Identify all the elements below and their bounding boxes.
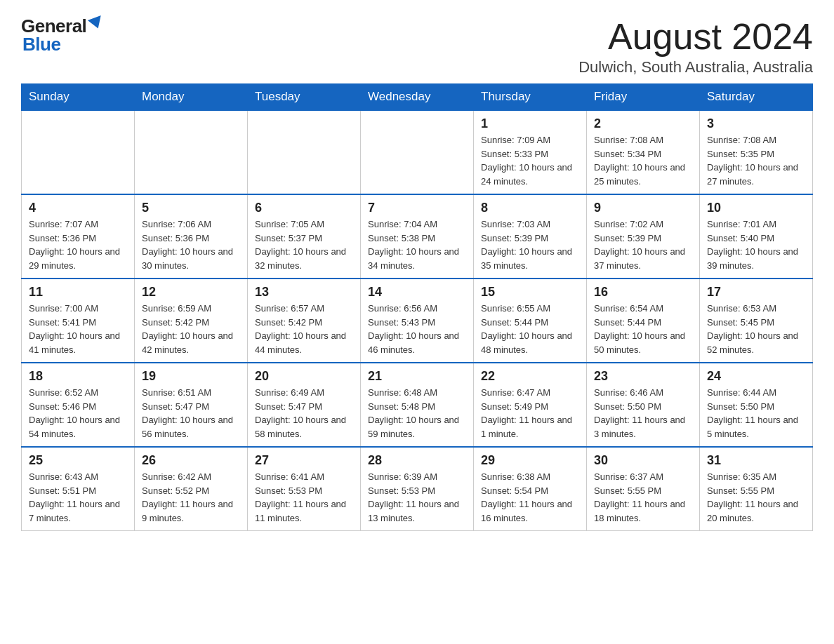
day-info: Sunrise: 6:43 AMSunset: 5:51 PMDaylight:…	[29, 470, 127, 525]
day-number: 18	[29, 369, 127, 384]
calendar-cell: 17Sunrise: 6:53 AMSunset: 5:45 PMDayligh…	[700, 279, 813, 363]
calendar-cell: 25Sunrise: 6:43 AMSunset: 5:51 PMDayligh…	[22, 447, 135, 531]
calendar-cell: 12Sunrise: 6:59 AMSunset: 5:42 PMDayligh…	[135, 279, 248, 363]
day-number: 16	[594, 285, 692, 300]
calendar-cell: 16Sunrise: 6:54 AMSunset: 5:44 PMDayligh…	[587, 279, 700, 363]
day-number: 28	[368, 453, 466, 468]
calendar-cell: 19Sunrise: 6:51 AMSunset: 5:47 PMDayligh…	[135, 363, 248, 447]
day-number: 19	[142, 369, 240, 384]
day-number: 29	[481, 453, 579, 468]
calendar-cell: 7Sunrise: 7:04 AMSunset: 5:38 PMDaylight…	[361, 194, 474, 279]
day-number: 15	[481, 285, 579, 300]
day-info: Sunrise: 6:57 AMSunset: 5:42 PMDaylight:…	[255, 302, 353, 356]
calendar-cell: 31Sunrise: 6:35 AMSunset: 5:55 PMDayligh…	[700, 447, 813, 531]
calendar-cell: 10Sunrise: 7:01 AMSunset: 5:40 PMDayligh…	[700, 194, 813, 279]
day-number: 27	[255, 453, 353, 468]
calendar-cell: 3Sunrise: 7:08 AMSunset: 5:35 PMDaylight…	[700, 110, 813, 194]
calendar-header-row: SundayMondayTuesdayWednesdayThursdayFrid…	[22, 84, 813, 111]
day-number: 6	[255, 201, 353, 215]
day-info: Sunrise: 7:03 AMSunset: 5:39 PMDaylight:…	[481, 217, 579, 272]
day-number: 10	[707, 201, 805, 215]
logo-triangle-icon	[88, 15, 105, 31]
day-info: Sunrise: 7:01 AMSunset: 5:40 PMDaylight:…	[707, 217, 805, 272]
calendar-cell: 1Sunrise: 7:09 AMSunset: 5:33 PMDaylight…	[474, 110, 587, 194]
calendar-cell: 21Sunrise: 6:48 AMSunset: 5:48 PMDayligh…	[361, 363, 474, 447]
week-row-5: 25Sunrise: 6:43 AMSunset: 5:51 PMDayligh…	[22, 447, 813, 531]
day-info: Sunrise: 6:39 AMSunset: 5:53 PMDaylight:…	[368, 470, 466, 525]
day-number: 3	[707, 116, 805, 131]
week-row-4: 18Sunrise: 6:52 AMSunset: 5:46 PMDayligh…	[22, 363, 813, 447]
calendar-cell: 4Sunrise: 7:07 AMSunset: 5:36 PMDaylight…	[22, 194, 135, 279]
calendar-cell: 27Sunrise: 6:41 AMSunset: 5:53 PMDayligh…	[248, 447, 361, 531]
calendar-cell: 5Sunrise: 7:06 AMSunset: 5:36 PMDaylight…	[135, 194, 248, 279]
calendar-table: SundayMondayTuesdayWednesdayThursdayFrid…	[21, 83, 813, 531]
day-info: Sunrise: 6:48 AMSunset: 5:48 PMDaylight:…	[368, 386, 466, 441]
calendar-cell	[361, 110, 474, 194]
day-info: Sunrise: 7:06 AMSunset: 5:36 PMDaylight:…	[142, 217, 240, 272]
week-row-3: 11Sunrise: 7:00 AMSunset: 5:41 PMDayligh…	[22, 279, 813, 363]
day-info: Sunrise: 6:52 AMSunset: 5:46 PMDaylight:…	[29, 386, 127, 441]
day-number: 13	[255, 285, 353, 300]
day-info: Sunrise: 6:47 AMSunset: 5:49 PMDaylight:…	[481, 386, 579, 441]
day-info: Sunrise: 6:54 AMSunset: 5:44 PMDaylight:…	[594, 302, 692, 356]
day-info: Sunrise: 7:00 AMSunset: 5:41 PMDaylight:…	[29, 302, 127, 356]
day-info: Sunrise: 7:09 AMSunset: 5:33 PMDaylight:…	[481, 133, 579, 188]
day-info: Sunrise: 6:49 AMSunset: 5:47 PMDaylight:…	[255, 386, 353, 441]
day-number: 20	[255, 369, 353, 384]
day-info: Sunrise: 7:08 AMSunset: 5:34 PMDaylight:…	[594, 133, 692, 188]
calendar-header-monday: Monday	[135, 84, 248, 111]
day-info: Sunrise: 6:56 AMSunset: 5:43 PMDaylight:…	[368, 302, 466, 356]
day-number: 7	[368, 201, 466, 215]
location-title: Dulwich, South Australia, Australia	[578, 58, 813, 76]
day-number: 9	[594, 201, 692, 215]
calendar-cell: 26Sunrise: 6:42 AMSunset: 5:52 PMDayligh…	[135, 447, 248, 531]
calendar-header-thursday: Thursday	[474, 84, 587, 111]
day-number: 11	[29, 285, 127, 300]
calendar-cell: 22Sunrise: 6:47 AMSunset: 5:49 PMDayligh…	[474, 363, 587, 447]
day-number: 24	[707, 369, 805, 384]
calendar-cell: 15Sunrise: 6:55 AMSunset: 5:44 PMDayligh…	[474, 279, 587, 363]
day-number: 30	[594, 453, 692, 468]
calendar-cell	[22, 110, 135, 194]
day-info: Sunrise: 7:07 AMSunset: 5:36 PMDaylight:…	[29, 217, 127, 272]
day-number: 14	[368, 285, 466, 300]
calendar-header-tuesday: Tuesday	[248, 84, 361, 111]
day-info: Sunrise: 6:41 AMSunset: 5:53 PMDaylight:…	[255, 470, 353, 525]
calendar-cell: 28Sunrise: 6:39 AMSunset: 5:53 PMDayligh…	[361, 447, 474, 531]
day-number: 17	[707, 285, 805, 300]
day-number: 4	[29, 201, 127, 215]
calendar-cell: 24Sunrise: 6:44 AMSunset: 5:50 PMDayligh…	[700, 363, 813, 447]
calendar-cell: 6Sunrise: 7:05 AMSunset: 5:37 PMDaylight…	[248, 194, 361, 279]
calendar-header-saturday: Saturday	[700, 84, 813, 111]
day-info: Sunrise: 6:51 AMSunset: 5:47 PMDaylight:…	[142, 386, 240, 441]
logo: General Blue	[21, 17, 103, 53]
title-block: August 2024 Dulwich, South Australia, Au…	[578, 17, 813, 76]
day-info: Sunrise: 7:02 AMSunset: 5:39 PMDaylight:…	[594, 217, 692, 272]
calendar-cell: 20Sunrise: 6:49 AMSunset: 5:47 PMDayligh…	[248, 363, 361, 447]
calendar-cell	[135, 110, 248, 194]
day-number: 2	[594, 116, 692, 131]
day-info: Sunrise: 7:08 AMSunset: 5:35 PMDaylight:…	[707, 133, 805, 188]
day-number: 31	[707, 453, 805, 468]
day-number: 22	[481, 369, 579, 384]
calendar-cell: 29Sunrise: 6:38 AMSunset: 5:54 PMDayligh…	[474, 447, 587, 531]
calendar-cell: 13Sunrise: 6:57 AMSunset: 5:42 PMDayligh…	[248, 279, 361, 363]
day-info: Sunrise: 6:35 AMSunset: 5:55 PMDaylight:…	[707, 470, 805, 525]
day-number: 1	[481, 116, 579, 131]
month-title: August 2024	[578, 17, 813, 57]
logo-blue-text: Blue	[22, 35, 60, 53]
day-number: 26	[142, 453, 240, 468]
day-number: 25	[29, 453, 127, 468]
calendar-header-friday: Friday	[587, 84, 700, 111]
page-header: General Blue August 2024 Dulwich, South …	[21, 17, 813, 76]
calendar-cell: 18Sunrise: 6:52 AMSunset: 5:46 PMDayligh…	[22, 363, 135, 447]
logo-general-text: General	[21, 17, 86, 35]
day-info: Sunrise: 7:04 AMSunset: 5:38 PMDaylight:…	[368, 217, 466, 272]
day-info: Sunrise: 6:53 AMSunset: 5:45 PMDaylight:…	[707, 302, 805, 356]
day-number: 5	[142, 201, 240, 215]
day-info: Sunrise: 6:42 AMSunset: 5:52 PMDaylight:…	[142, 470, 240, 525]
calendar-cell	[248, 110, 361, 194]
calendar-header-sunday: Sunday	[22, 84, 135, 111]
calendar-cell: 23Sunrise: 6:46 AMSunset: 5:50 PMDayligh…	[587, 363, 700, 447]
calendar-cell: 14Sunrise: 6:56 AMSunset: 5:43 PMDayligh…	[361, 279, 474, 363]
